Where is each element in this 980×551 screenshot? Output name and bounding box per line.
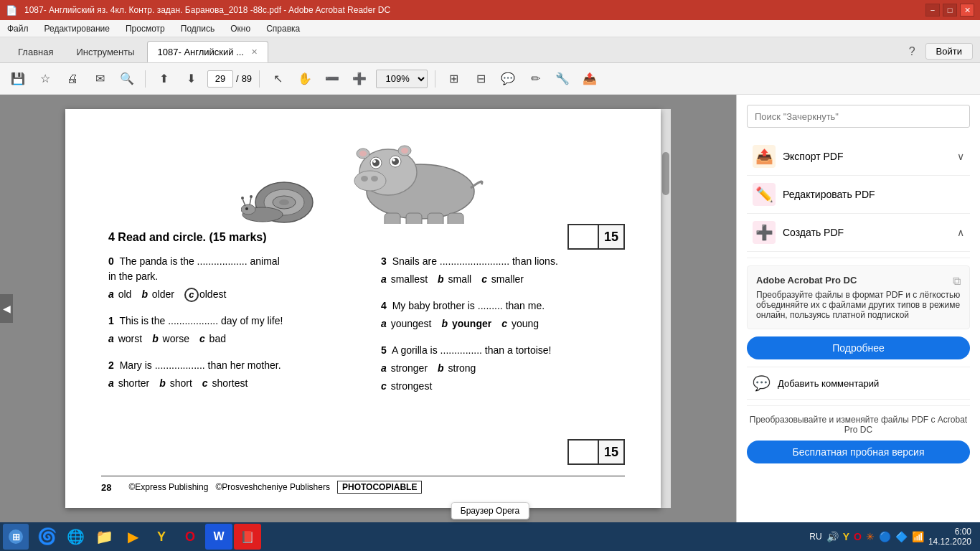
taskbar-app-ie[interactable]: 🌐	[62, 524, 89, 550]
question-1: 1 This is the .................. day of …	[108, 314, 367, 347]
export-label: Экспорт PDF	[783, 151, 950, 162]
main-layout: ◀	[0, 95, 980, 522]
zoom-out-button[interactable]: ➖	[321, 68, 343, 90]
tab-tools[interactable]: Инструменты	[65, 41, 145, 62]
question-5-num: 5	[381, 344, 387, 356]
taskbar-app-media[interactable]: 🌀	[33, 524, 60, 550]
email-button[interactable]: ✉	[89, 68, 110, 90]
hippo-image	[349, 131, 492, 224]
adobe-promo-copy-icon: ⧉	[953, 275, 961, 288]
zoom-select[interactable]: 109% 100% 75% 125%	[376, 70, 428, 88]
pdf-area: ◀	[0, 95, 736, 522]
question-1-options: a worst b worse c bad	[108, 331, 367, 347]
help-icon[interactable]: ?	[909, 45, 915, 58]
menu-window[interactable]: Окно	[227, 22, 253, 35]
question-0-options: a old b older coldest	[108, 287, 367, 302]
tooltip-opera: Браузер Opera	[451, 502, 529, 519]
toolbar-sep-2	[259, 70, 260, 88]
fit-page-button[interactable]: ⊞	[443, 68, 464, 90]
menu-view[interactable]: Просмотр	[123, 22, 168, 35]
taskbar: ⊞ 🌀 🌐 📁 ▶ Y O W 📕 RU 🔊 Y O ✳ 🔵 🔷 📶 6:00 …	[0, 522, 980, 551]
svg-point-3	[279, 199, 289, 205]
taskbar-app-word[interactable]: W	[205, 524, 232, 550]
sidebar-divider-2	[747, 405, 970, 406]
question-1-opt-b: b worse	[152, 331, 189, 347]
hand-button[interactable]: ✋	[294, 68, 316, 90]
tray-signal[interactable]: 📶	[912, 531, 924, 542]
taskbar-right: RU 🔊 Y O ✳ 🔵 🔷 📶 6:00 14.12.2020	[809, 527, 977, 547]
sign-in-button[interactable]: Войти	[925, 43, 973, 60]
tray-star[interactable]: ✳	[866, 531, 875, 542]
svg-point-21	[392, 159, 395, 161]
svg-point-9	[250, 195, 253, 198]
scroll-mode-button[interactable]: ⊟	[470, 68, 491, 90]
minimize-button[interactable]: −	[925, 4, 940, 17]
sidebar-action-export[interactable]: 📤 Экспорт PDF ∨	[747, 138, 970, 176]
tab-home[interactable]: Главная	[7, 41, 64, 62]
page-input-group: / 89	[207, 70, 252, 88]
maximize-button[interactable]: □	[943, 4, 957, 17]
taskbar-app-opera[interactable]: O	[176, 524, 204, 550]
next-page-button[interactable]: ⬇	[180, 68, 202, 90]
col-right: 3 Snails are ......................... t…	[381, 254, 625, 405]
comment-button[interactable]: 💬	[497, 68, 519, 90]
start-button[interactable]: ⊞	[3, 524, 29, 550]
question-2-opt-a: a shorter	[108, 376, 149, 391]
adobe-promo: Adobe Acrobat Pro DC ⧉ Преобразуйте файл…	[747, 265, 970, 329]
tray-yandex[interactable]: Y	[843, 531, 849, 542]
menu-edit[interactable]: Редактирование	[42, 22, 113, 35]
create-label: Создать PDF	[783, 227, 950, 238]
sidebar-footer-text: Преобразовывайте и изменяйте файлы PDF с…	[747, 415, 970, 435]
question-4-opt-c: c young	[501, 316, 539, 331]
question-4-num: 4	[381, 300, 387, 311]
scrollbar-thumb[interactable]	[662, 152, 669, 195]
taskbar-app-media2[interactable]: ▶	[119, 524, 146, 550]
bookmark-button[interactable]: ☆	[34, 68, 56, 90]
tools-btn[interactable]: 🔧	[552, 68, 573, 90]
title-bar-controls: − □ ✕	[925, 4, 974, 17]
pen-button[interactable]: ✏	[524, 68, 546, 90]
menu-file[interactable]: Файл	[4, 22, 32, 35]
toolbar: 💾 ☆ 🖨 ✉ 🔍 ⬆ ⬇ / 89 ↖ ✋ ➖ ➕ 109% 100% 75%…	[0, 63, 980, 95]
tab-home-label: Главная	[18, 47, 53, 57]
illustration	[108, 123, 625, 224]
adobe-promo-title: Adobe Acrobat Pro DC	[756, 275, 961, 286]
tab-close-icon[interactable]: ✕	[251, 47, 258, 57]
comment-action[interactable]: 💬 Добавить комментарий	[747, 367, 970, 400]
pdf-page: 15 4 Read and circle. (15 marks) 0 The p…	[65, 109, 661, 508]
taskbar-app-acrobat[interactable]: 📕	[234, 524, 261, 550]
svg-line-6	[242, 199, 245, 206]
close-button[interactable]: ✕	[960, 4, 974, 17]
pdf-scrollbar[interactable]	[661, 109, 671, 508]
tab-document[interactable]: 1087- Английский ... ✕	[147, 41, 268, 62]
zoom-in-button[interactable]: ➕	[349, 68, 370, 90]
svg-point-15	[371, 176, 378, 182]
page-input[interactable]	[207, 70, 233, 88]
trial-button[interactable]: Бесплатная пробная версия	[747, 441, 970, 463]
svg-line-7	[250, 197, 251, 205]
tray-bt[interactable]: 🔵	[879, 531, 891, 542]
sidebar-search-input[interactable]	[747, 105, 970, 128]
svg-rect-28	[428, 213, 443, 224]
select-button[interactable]: ↖	[267, 68, 288, 90]
taskbar-app-explorer[interactable]: 📁	[90, 524, 118, 550]
prev-page-button[interactable]: ⬆	[153, 68, 174, 90]
menu-help[interactable]: Справка	[263, 22, 303, 35]
tray-opera[interactable]: O	[854, 531, 862, 542]
left-page-arrow[interactable]: ◀	[0, 294, 13, 323]
save-button[interactable]: 💾	[7, 68, 29, 90]
search-button[interactable]: 🔍	[116, 68, 138, 90]
tray-diamond[interactable]: 🔷	[895, 531, 908, 542]
print-button[interactable]: 🖨	[62, 68, 83, 90]
sidebar-action-edit[interactable]: ✏️ Редактировать PDF	[747, 176, 970, 214]
svg-point-5	[241, 204, 255, 215]
question-3: 3 Snails are ......................... t…	[381, 254, 625, 287]
svg-point-14	[361, 176, 368, 182]
sidebar-action-create[interactable]: ➕ Создать PDF ∧	[747, 214, 970, 252]
taskbar-app-yandex[interactable]: Y	[148, 524, 175, 550]
share-button[interactable]: 📤	[579, 68, 600, 90]
tray-volume[interactable]: 🔊	[826, 531, 839, 542]
question-4-text: My baby brother is ......... than me.	[392, 300, 545, 311]
menu-sign[interactable]: Подпись	[178, 22, 218, 35]
promo-more-button[interactable]: Подробнее	[747, 336, 970, 359]
